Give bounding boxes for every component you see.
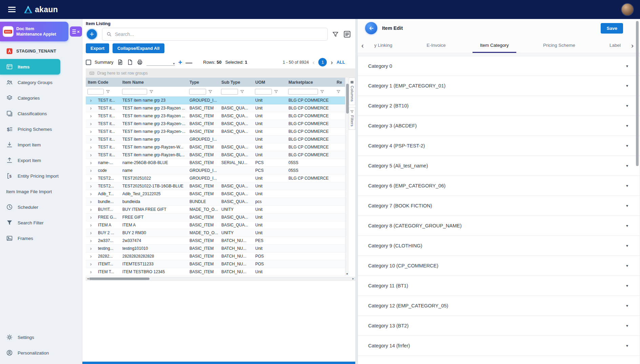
category-accordion-item[interactable]: Category 5 (Ali_test_name)▾ (358, 156, 640, 176)
search-input[interactable] (115, 32, 323, 37)
row-expand-icon[interactable]: › (86, 230, 96, 235)
filter-input-item-name[interactable] (122, 89, 147, 95)
group-by-select[interactable]: ▾ (146, 59, 175, 66)
category-accordion-item[interactable]: Category 11 (BT1)▾ (358, 276, 640, 296)
column-header-re[interactable]: Re (335, 80, 345, 85)
category-accordion-item[interactable]: Category 7 (BOOK FICTION)▾ (358, 196, 640, 216)
scroll-down-icon[interactable]: ▼ (345, 273, 349, 276)
sidebar-item-scheduler[interactable]: Scheduler (0, 199, 82, 215)
category-accordion-item[interactable]: Category 2 (BT10)▾ (358, 96, 640, 116)
tab-y-linking[interactable]: y Linking (372, 37, 395, 53)
tab-item-category[interactable]: Item Category (477, 37, 512, 53)
row-group-dropzone[interactable]: Drag here to set row groups (86, 69, 355, 78)
filter-input-sub-type[interactable] (221, 89, 238, 95)
table-row[interactable]: ›28282...28282828282828BASIC_ITEMBATCH_N… (86, 252, 345, 260)
next-page-icon[interactable]: › (331, 59, 333, 65)
all-pages-button[interactable]: ALL (337, 60, 345, 65)
summary-checkbox[interactable] (86, 60, 91, 65)
filter-icon[interactable] (332, 31, 339, 38)
side-tab-columns[interactable]: Columns (349, 78, 355, 105)
table-row[interactable]: ›name-...name-256GB-8GB-BLUEBASIC_ITEMSE… (86, 159, 345, 167)
category-accordion-item[interactable]: Category 8 (CATEGORY_GROUP_NAME)▾ (358, 216, 640, 236)
row-expand-icon[interactable]: › (86, 137, 96, 142)
table-row[interactable]: ›2w337...2w337474BASIC_ITEMBATCH_NU...PE… (86, 237, 345, 245)
column-header-item-code[interactable]: Item Code (86, 80, 120, 85)
sidebar-item-entity-pricing-import[interactable]: $Entity Pricing Import (0, 168, 82, 184)
category-accordion-item[interactable]: Category 12 (EMP_CATEGORY_05)▾ (358, 296, 640, 316)
row-expand-icon[interactable]: › (86, 262, 96, 266)
table-row[interactable]: ›ITEMT...ITEMTEST11233BASIC_ITEMBATCH_NU… (86, 260, 345, 268)
table-row[interactable]: ›TEST2...TEST20251022-1TB-16GB-BLUEBASIC… (86, 182, 345, 190)
tabs-scroll-right-icon[interactable]: › (629, 42, 635, 49)
sidebar-collapse-button[interactable]: × (70, 26, 82, 37)
side-tab-filters[interactable]: Filters (349, 107, 355, 130)
row-expand-icon[interactable]: › (86, 129, 96, 134)
table-row[interactable]: ›TEST2...TEST20251022GROUPED_I...UnitBLG… (86, 175, 345, 182)
table-row[interactable]: ›codenameGROUPED_I...PCS05SS (86, 167, 345, 175)
row-expand-icon[interactable]: › (86, 106, 96, 110)
sidebar-item-export-item[interactable]: Export Item (0, 153, 82, 168)
table-row[interactable]: ›TEST it...TEST item name grp-Rayzen-BL.… (86, 151, 345, 159)
copy-file-icon[interactable] (127, 59, 133, 65)
add-item-button[interactable]: + (86, 28, 98, 40)
horizontal-scrollbar[interactable]: ◄ ► (86, 277, 355, 281)
sidebar-item-search-filter[interactable]: Search Filter (0, 215, 82, 230)
sidebar-item-settings[interactable]: Settings (0, 329, 82, 345)
table-row[interactable]: ›TEST it...TEST item name grp-Rayzen-W..… (86, 143, 345, 151)
table-row[interactable]: ›BUY 2 ...BUY 2 RM30MADE_TO_O...UNITYUni… (86, 229, 345, 237)
sidebar-item-classifications[interactable]: Classifications (0, 106, 82, 121)
category-accordion-item[interactable]: Category 14 (frrfer)▾ (358, 336, 640, 356)
scroll-right-icon[interactable]: ► (352, 277, 355, 280)
table-row[interactable]: ›FREE G...FREE GIFTBASIC_ITEMBASIC_QUA..… (86, 214, 345, 221)
column-header-marketplace[interactable]: Marketplace (286, 80, 335, 85)
column-header-sub-type[interactable]: Sub Type (219, 80, 253, 85)
sidebar-item-items[interactable]: Items (0, 59, 60, 75)
row-expand-icon[interactable]: › (86, 254, 96, 259)
vertical-scroll-thumb[interactable] (346, 84, 349, 114)
column-header-uom[interactable]: UOM (253, 80, 286, 85)
table-row[interactable]: ›ITEM AITEM ABASIC_ITEMBASIC_QUA...Unit (86, 221, 345, 229)
table-row[interactable]: ›bundle...bundleidaBUNDLEBASIC_QUA...pcs (86, 198, 345, 206)
list-view-icon[interactable] (343, 30, 351, 38)
row-expand-icon[interactable]: › (86, 223, 96, 227)
row-expand-icon[interactable]: › (86, 98, 96, 103)
table-row[interactable]: ›TEST it...TEST item name grp 23-Rayzen … (86, 104, 345, 112)
tenant-row[interactable]: STAGING_TENANT (0, 45, 82, 58)
table-row[interactable]: ›TEST it...TEST item name grp 23-Rayzen-… (86, 120, 345, 128)
row-expand-icon[interactable]: › (86, 121, 96, 126)
save-button[interactable]: Save (601, 23, 623, 34)
remove-row-icon[interactable]: — (185, 59, 192, 66)
current-page-button[interactable]: 1 (318, 58, 327, 66)
category-accordion-item[interactable]: Category 3 (ABCDEF)▾ (358, 116, 640, 136)
export-file-icon[interactable] (117, 59, 123, 65)
prev-page-icon[interactable]: ‹ (313, 59, 315, 65)
row-expand-icon[interactable]: › (86, 160, 96, 165)
edit-scrollbar[interactable] (636, 21, 639, 362)
sidebar-item-category-groups[interactable]: Category Groups (0, 75, 82, 90)
sidebar-item-item-image-file-import[interactable]: Item Image File Import (0, 184, 82, 199)
vertical-scrollbar[interactable]: ▼ (345, 78, 349, 276)
table-row[interactable]: ›TEST it...TEST item name grpGROUPED_I..… (86, 136, 345, 143)
category-accordion-item[interactable]: Category 9 (CLOTHING)▾ (358, 236, 640, 256)
filter-input-item-code[interactable] (87, 89, 104, 95)
filter-input-marketplace[interactable] (288, 89, 318, 95)
sidebar-item-personalization[interactable]: Personalization (0, 345, 82, 361)
category-accordion-item[interactable]: Category 6 (EMP_CATEGORY_06)▾ (358, 176, 640, 196)
row-expand-icon[interactable]: › (86, 153, 96, 157)
tab-e-invoice[interactable]: E-Invoice (424, 37, 448, 53)
table-row[interactable]: ›TEST it...TEST item name grp 23GROUPED_… (86, 97, 345, 104)
tab-label[interactable]: Label (607, 37, 623, 53)
table-row[interactable]: ›Adib_T...Adib_Test_23122025BASIC_ITEMBA… (86, 190, 345, 198)
column-header-type[interactable]: Type (187, 80, 219, 85)
row-expand-icon[interactable]: › (86, 114, 96, 118)
category-accordion-item[interactable]: Category 10 (CP_COMMERCE)▾ (358, 256, 640, 276)
user-avatar[interactable] (621, 3, 634, 16)
row-expand-icon[interactable]: › (86, 191, 96, 196)
category-accordion-item[interactable]: Category 13 (BT2)▾ (358, 316, 640, 336)
sidebar-item-categories[interactable]: Categories (0, 90, 82, 106)
table-row[interactable]: ›TEST it...TEST item name grp 23-Rayzen … (86, 112, 345, 120)
row-expand-icon[interactable]: › (86, 199, 96, 204)
row-expand-icon[interactable]: › (86, 215, 96, 220)
row-expand-icon[interactable]: › (86, 176, 96, 181)
menu-icon[interactable] (8, 7, 16, 12)
